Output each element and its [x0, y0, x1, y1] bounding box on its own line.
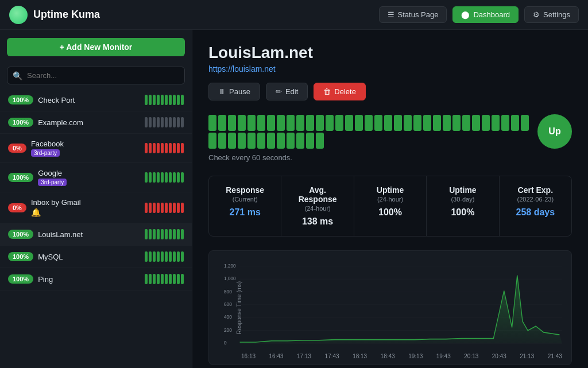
stat-avg-response: Avg. Response (24-hour) 138 ms — [281, 176, 354, 236]
monitor-bars — [145, 117, 184, 127]
svg-text:0: 0 — [224, 340, 227, 346]
monitor-bars — [145, 143, 184, 153]
status-badge: 100% — [8, 95, 33, 104]
stat-cert-exp: Cert Exp. (2022-06-23) 258 days — [500, 176, 571, 236]
add-new-monitor-button[interactable]: + Add New Monitor — [7, 38, 185, 56]
monitor-name-wrap: Inbox by Gmail 🔔 — [31, 198, 140, 217]
delete-button[interactable]: 🗑 Delete — [314, 83, 366, 100]
content: LouisLam.net https://louislam.net ⏸ Paus… — [192, 30, 588, 368]
brand: Uptime Kuma — [9, 6, 100, 24]
monitor-name: Example.com — [38, 118, 140, 127]
list-icon: ☰ — [388, 10, 394, 19]
monitor-bars — [145, 172, 184, 183]
settings-button[interactable]: ⚙ Settings — [524, 6, 579, 23]
third-party-badge: 3rd-party — [31, 149, 60, 157]
monitor-name-wrap: Example.com — [38, 118, 140, 127]
monitor-item[interactable]: 100% Google 3rd-party — [0, 163, 192, 192]
monitor-name: Ping — [38, 275, 140, 284]
monitor-item[interactable]: 100% Ping — [0, 268, 192, 290]
navbar-actions: ☰ Status Page ⬤ Dashboard ⚙ Settings — [379, 6, 579, 23]
trash-icon: 🗑 — [323, 87, 331, 96]
stats-row: Response (Current) 271 ms Avg. Response … — [208, 176, 572, 237]
monitor-name: Inbox by Gmail — [31, 198, 140, 207]
monitor-name: Check Port — [38, 96, 140, 104]
stat-response: Response (Current) 271 ms — [209, 176, 281, 236]
monitor-name: Google — [38, 169, 140, 177]
monitor-bars — [145, 251, 184, 262]
action-buttons: ⏸ Pause ✏ Edit 🗑 Delete — [208, 83, 572, 100]
status-badge: 100% — [8, 173, 33, 182]
chart-y-label: Response Time (ms) — [236, 281, 242, 334]
svg-text:600: 600 — [224, 301, 232, 307]
search-input[interactable] — [7, 67, 185, 84]
monitor-url[interactable]: https://louislam.net — [208, 64, 572, 73]
chart-svg: 1,200 1,000 800 600 400 200 0 — [224, 260, 562, 352]
monitor-bars — [145, 274, 184, 284]
monitor-name-wrap: Facebook 3rd-party — [31, 140, 140, 157]
gear-icon: ⚙ — [533, 10, 540, 19]
edit-icon: ✏ — [276, 87, 282, 96]
search-container: 🔍 — [0, 62, 192, 89]
chart-section: Response Time (ms) 1,200 1,000 800 600 4… — [208, 250, 572, 365]
monitor-bars — [145, 203, 184, 213]
monitor-item[interactable]: 0% Inbox by Gmail 🔔 — [0, 192, 192, 223]
bell-icon: 🔔 — [31, 208, 140, 217]
monitor-bars — [145, 229, 184, 239]
uptime-pills — [208, 115, 529, 149]
svg-text:200: 200 — [224, 327, 232, 333]
uptime-bars-row: Up — [208, 114, 572, 149]
status-badge: 100% — [8, 118, 33, 127]
status-page-button[interactable]: ☰ Status Page — [379, 6, 447, 23]
status-badge: 0% — [8, 203, 26, 212]
uptime-section: Up Check every 60 seconds. — [208, 114, 572, 162]
svg-text:1,200: 1,200 — [224, 262, 236, 269]
monitors-list: 100% Check Port 100% Example.com — [0, 89, 192, 368]
edit-button[interactable]: ✏ Edit — [266, 83, 308, 100]
navbar: Uptime Kuma ☰ Status Page ⬤ Dashboard ⚙ … — [0, 0, 588, 30]
status-badge: 100% — [8, 252, 33, 261]
monitor-name-wrap: Ping — [38, 275, 140, 284]
monitor-item[interactable]: 100% LouisLam.net — [0, 223, 192, 246]
stat-uptime-24h: Uptime (24-hour) 100% — [354, 176, 427, 236]
monitor-name-wrap: Google 3rd-party — [38, 169, 140, 186]
status-up-badge: Up — [537, 114, 572, 149]
monitor-name: LouisLam.net — [38, 230, 140, 239]
pause-icon: ⏸ — [218, 87, 226, 96]
monitor-name-wrap: LouisLam.net — [38, 230, 140, 239]
chart-x-labels: 16:13 16:43 17:13 17:43 18:13 18:43 19:1… — [218, 352, 562, 359]
monitor-name-wrap: MySQL — [38, 253, 140, 261]
dashboard-icon: ⬤ — [461, 10, 470, 19]
third-party-badge: 3rd-party — [38, 179, 67, 186]
pause-button[interactable]: ⏸ Pause — [208, 83, 260, 100]
stat-uptime-30d: Uptime (30-day) 100% — [427, 176, 499, 236]
monitor-item[interactable]: 100% Check Port — [0, 89, 192, 111]
main-layout: + Add New Monitor 🔍 100% Check Port 100% — [0, 30, 588, 368]
svg-text:800: 800 — [224, 288, 232, 295]
page-title: LouisLam.net — [208, 44, 572, 62]
monitor-item[interactable]: 100% Example.com — [0, 111, 192, 134]
monitor-name-wrap: Check Port — [38, 96, 140, 104]
monitor-item[interactable]: 0% Facebook 3rd-party — [0, 134, 192, 163]
app-name: Uptime Kuma — [33, 9, 100, 21]
check-interval: Check every 60 seconds. — [208, 153, 572, 162]
monitor-item[interactable]: 100% MySQL — [0, 246, 192, 268]
svg-text:1,000: 1,000 — [224, 276, 236, 282]
monitor-name: Facebook — [31, 140, 140, 148]
dashboard-button[interactable]: ⬤ Dashboard — [452, 6, 519, 23]
sidebar-top: + Add New Monitor — [0, 30, 192, 62]
monitor-bars — [145, 95, 184, 105]
svg-text:400: 400 — [224, 314, 232, 320]
monitor-name: MySQL — [38, 253, 140, 261]
status-badge: 100% — [8, 230, 33, 239]
sidebar: + Add New Monitor 🔍 100% Check Port 100% — [0, 30, 192, 368]
brand-logo — [9, 6, 28, 24]
status-badge: 0% — [8, 144, 26, 153]
status-badge: 100% — [8, 274, 33, 284]
